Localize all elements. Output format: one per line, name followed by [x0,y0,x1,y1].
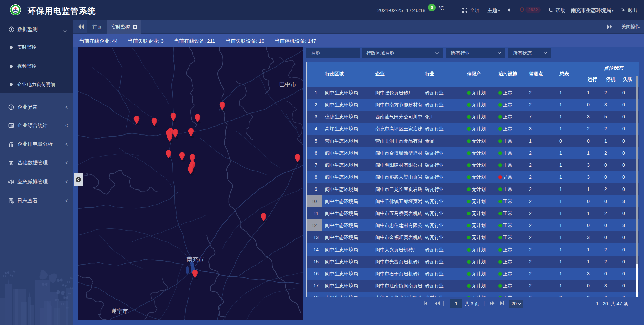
svg-text:巴中市: 巴中市 [279,81,297,88]
svg-text:遂宁市: 遂宁市 [111,308,128,314]
svg-text:南充市: 南充市 [187,256,204,263]
